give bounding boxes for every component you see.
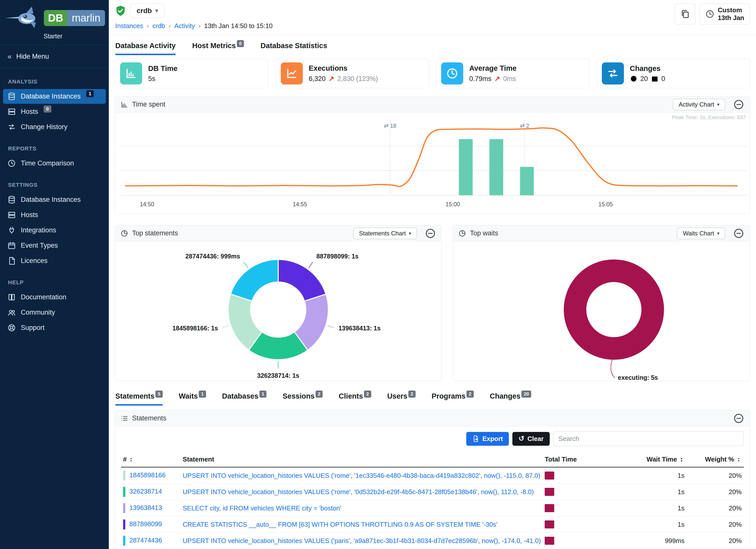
tab-sessions[interactable]: Sessions2: [282, 392, 323, 406]
tab-waits[interactable]: Waits1: [179, 392, 206, 406]
waits-chart-selector[interactable]: Waits Chart▾: [677, 228, 725, 239]
wait-time-value: 1s: [591, 516, 687, 533]
copy-link-button[interactable]: [675, 4, 696, 25]
hide-menu-button[interactable]: « Hide Menu: [0, 45, 109, 68]
breadcrumb-separator: ›: [169, 22, 171, 30]
top-waits-panel: Top waits Waits Chart▾ executing: 5s: [453, 225, 750, 381]
sidebar-item-database-instances[interactable]: Database Instances 1: [3, 89, 106, 104]
time-spent-panel: Time spent Activity Chart▾ ⇄ 18⇄ 214:501…: [115, 96, 750, 214]
undo-icon: ↺: [518, 435, 524, 442]
clock-icon: [705, 10, 714, 19]
table-row: 887898099 CREATE STATISTICS __auto__ FRO…: [121, 516, 744, 533]
sidebar-item-label: Integrations: [21, 226, 56, 234]
collapse-panel-icon[interactable]: [733, 413, 744, 424]
breadcrumb-instances[interactable]: Instances: [115, 22, 143, 30]
sort-icon[interactable]: [128, 457, 134, 463]
calendar-icon[interactable]: [651, 75, 658, 82]
waits-donut-chart[interactable]: executing: 5s: [453, 241, 750, 381]
tab-statements[interactable]: Statements5: [115, 392, 163, 406]
instance-selector[interactable]: crdb ▾: [130, 4, 164, 18]
hide-menu-label: Hide Menu: [16, 53, 49, 60]
sidebar-item-time-comparison[interactable]: Time Comparison: [3, 156, 106, 171]
statement-id-link[interactable]: 287474436: [129, 536, 162, 544]
changes-info-count: 20: [640, 75, 648, 83]
card-title: DB Time: [148, 64, 177, 73]
breadcrumb-crdb[interactable]: crdb: [152, 22, 165, 30]
sidebar-item-licences[interactable]: Licences: [3, 253, 106, 268]
statement-link[interactable]: UPSERT INTO vehicle_location_histories V…: [183, 472, 540, 479]
statements-chart-selector[interactable]: Statements Chart▾: [353, 228, 417, 239]
sidebar-item-label: Hosts: [21, 211, 38, 219]
metric-cards: DB Time 5s Executions 6,320 ↗ 2,830 (123…: [115, 59, 750, 88]
tab-badge: 0: [237, 40, 244, 47]
statement-link[interactable]: CREATE STATISTICS __auto__ FROM [63] WIT…: [183, 521, 498, 528]
tab-badge: 2: [408, 391, 416, 398]
search-input[interactable]: [553, 431, 744, 446]
sidebar-item-label: Database Instances: [21, 196, 81, 204]
tab-database-activity[interactable]: Database Activity: [115, 42, 176, 55]
shield-check-icon: [115, 5, 126, 17]
weight-value: 20%: [687, 484, 744, 500]
sidebar-item-integrations[interactable]: Integrations: [3, 223, 106, 238]
breadcrumb-separator: ›: [147, 22, 149, 30]
activity-chart-selector[interactable]: Activity Chart▾: [673, 99, 725, 110]
weight-value: 20%: [687, 516, 744, 533]
tab-users[interactable]: Users2: [387, 392, 416, 406]
tab-clients[interactable]: Clients2: [339, 392, 371, 406]
sidebar-item-settings-hosts[interactable]: Hosts: [3, 208, 106, 222]
svg-text:⇄ 2: ⇄ 2: [520, 123, 529, 129]
info-icon[interactable]: [630, 75, 637, 82]
sidebar-item-community[interactable]: Community: [3, 305, 106, 320]
clock-icon: [8, 159, 16, 167]
sidebar-item-event-types[interactable]: Event Types: [3, 238, 106, 253]
panel-title: Statements: [132, 414, 166, 422]
tab-host-metrics[interactable]: Host Metrics0: [192, 42, 244, 55]
sidebar-item-settings-database-instances[interactable]: Database Instances: [3, 192, 106, 207]
activity-chart[interactable]: ⇄ 18⇄ 214:5014:5515:0015:05Peak Time: 2s…: [115, 113, 750, 214]
table-list-icon: [121, 415, 128, 422]
clear-button[interactable]: ↺ Clear: [512, 432, 550, 446]
tab-programs[interactable]: Programs2: [432, 392, 474, 406]
statement-link[interactable]: SELECT city, id FROM vehicles WHERE city…: [183, 504, 341, 512]
sort-icon[interactable]: [736, 457, 742, 463]
panel-title: Top waits: [470, 229, 498, 237]
statement-id-link[interactable]: 1845898166: [129, 471, 166, 479]
collapse-panel-icon[interactable]: [425, 228, 436, 239]
time-range-button[interactable]: Custom 13th Jan: [700, 4, 750, 25]
svg-text:287474436: 999ms: 287474436: 999ms: [185, 253, 240, 260]
swap-arrows-icon: [602, 62, 624, 84]
export-button[interactable]: Export: [466, 432, 509, 446]
statement-link[interactable]: UPSERT INTO vehicle_location_histories V…: [183, 488, 534, 496]
sort-icon-active[interactable]: [679, 457, 685, 463]
changes-calendar-count: 0: [661, 75, 665, 83]
breadcrumb-activity[interactable]: Activity: [174, 22, 195, 30]
section-analysis: ANALYSIS: [0, 68, 109, 88]
statement-link[interactable]: UPSERT INTO vehicle_location_histories V…: [183, 537, 541, 544]
collapse-panel-icon[interactable]: [733, 228, 744, 239]
lifebuoy-icon: [8, 324, 16, 332]
tab-databases[interactable]: Databases1: [222, 392, 267, 406]
sidebar-item-hosts[interactable]: Hosts 0: [3, 104, 106, 119]
statement-id-link[interactable]: 326238714: [129, 488, 162, 495]
sidebar-item-support[interactable]: Support: [3, 320, 106, 335]
table-toolbar: Export ↺ Clear: [115, 426, 750, 451]
tab-changes[interactable]: Changes20: [490, 392, 531, 406]
chevron-down-icon: ▾: [155, 8, 158, 14]
count-badge: 1: [86, 90, 94, 97]
statement-id-link[interactable]: 887898099: [129, 520, 162, 528]
svg-text:15:05: 15:05: [598, 201, 613, 208]
statement-id-link[interactable]: 139638413: [129, 504, 162, 511]
book-icon: [8, 293, 16, 301]
collapse-panel-icon[interactable]: [733, 99, 744, 110]
sidebar-item-documentation[interactable]: Documentation: [3, 290, 106, 305]
time-range-text: Custom 13th Jan: [718, 6, 744, 22]
sidebar-item-label: Support: [21, 324, 45, 332]
svg-text:15:00: 15:00: [445, 201, 460, 208]
tab-badge: 5: [155, 391, 163, 398]
statements-donut-chart[interactable]: 887898099: 1s139638413: 1s326238714: 1s1…: [115, 241, 441, 381]
total-time-bar: [545, 488, 554, 496]
statements-panel: Statements Export ↺ Clear # Statement To…: [115, 410, 750, 549]
sidebar-item-change-history[interactable]: Change History: [3, 120, 106, 134]
swap-arrows-icon: [8, 123, 16, 131]
tab-database-statistics[interactable]: Database Statistics: [260, 42, 327, 55]
